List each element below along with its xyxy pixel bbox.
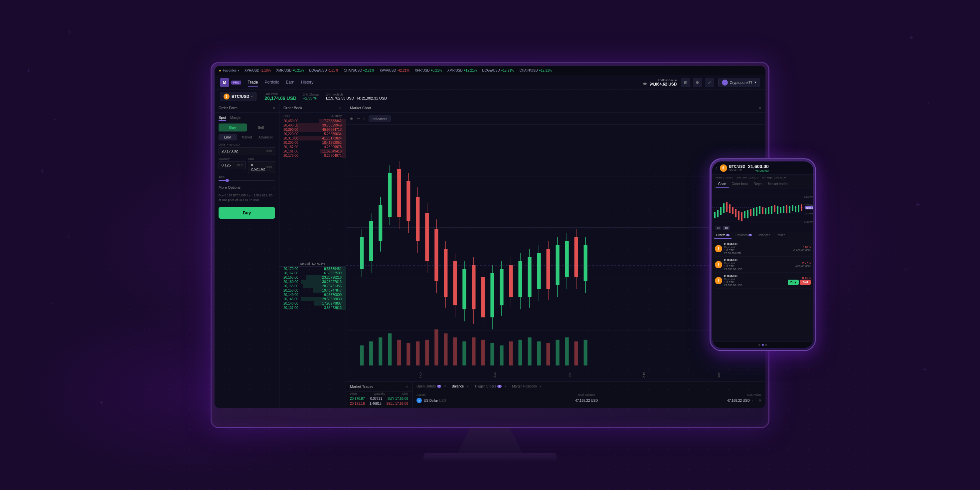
market-trades-panel: Market Trades ✕ Price Quantity Side (346, 382, 412, 408)
svg-rect-23 (388, 173, 391, 217)
spot-tab[interactable]: Spot (218, 115, 226, 121)
balance-close[interactable]: ✕ (466, 385, 469, 388)
ob-ask-row-6[interactable]: 20,200.00 10.41982052 (280, 140, 346, 145)
svg-text:1H: 1H (717, 227, 720, 229)
market-trades-close[interactable]: ✕ (406, 385, 408, 388)
ob-bid-row-8[interactable]: 20,145.00 29.59558830 (280, 297, 346, 301)
mob-chart-tab[interactable]: Chart (716, 180, 729, 188)
mob-sell-btn[interactable]: Sell (800, 279, 811, 285)
bid-qty-6: 19.46747847 (322, 289, 342, 292)
pencil-tool[interactable]: ∕ (364, 117, 364, 121)
ob-ask-row-4[interactable]: 20,220.00 5.23639634 (280, 132, 346, 136)
sort-up-icon[interactable]: ↑ (752, 399, 754, 402)
sell-tab[interactable]: Sell (247, 123, 275, 131)
sort-down-icon[interactable]: ↓ (755, 399, 757, 402)
buy-tab[interactable]: Buy (218, 123, 247, 131)
ticker-favorites[interactable]: ★ Favorites ▾ (218, 69, 239, 72)
margin-positions-tab[interactable]: Margin Positions ✕ (512, 385, 542, 388)
slider-track[interactable] (218, 180, 275, 181)
ob-bid-row-7[interactable]: 20,149.00 9.18370000 (280, 293, 346, 297)
balance-tab[interactable]: Balance ✕ (452, 385, 469, 388)
monitor-icon-btn[interactable]: ⊞ (681, 78, 690, 87)
order-book-close[interactable]: ✕ (339, 106, 342, 110)
mob-trades-tab[interactable]: Market trades (765, 180, 791, 188)
mob-positions-tab[interactable]: Positions 2 (733, 232, 754, 239)
settings-icon-btn[interactable]: ⚙ (693, 78, 702, 87)
ticker-item-5[interactable]: KAVA/USD -42.21% (380, 69, 409, 72)
ticker-pair-4: CHAIN/USD (344, 69, 362, 72)
ob-ask-row-8[interactable]: 20,181.00 11.69549418 (280, 149, 346, 153)
ob-bid-row-6[interactable]: 20,150.00 19.46747847 (280, 288, 346, 293)
trade-row-1[interactable]: 20,170.87 0.07621 BUY 17:56:08 (346, 396, 412, 401)
draw-tool[interactable]: ✏ (357, 117, 360, 121)
margin-positions-close[interactable]: ✕ (539, 385, 542, 388)
mob-balances-tab[interactable]: Balances (756, 232, 772, 239)
ticker-item-3[interactable]: DOGE/USD -1.25% (309, 69, 338, 72)
spot-margin-tabs: Spot Margin (215, 113, 279, 123)
ob-bid-row-5[interactable]: 20,155.00 28.73431355 (280, 284, 346, 288)
mob-orders-tab[interactable]: Orders 3 (714, 232, 732, 239)
ob-bid-row-1[interactable]: 20,170.00 9.58339481 (280, 267, 346, 271)
ticker-item-2[interactable]: XMR/USD +0.21% (276, 69, 304, 72)
ticker-item-6[interactable]: XPR/USD +0.21% (415, 69, 442, 72)
ticker-item-4[interactable]: CHAIN/USD +2.21% (344, 69, 374, 72)
ob-bid-row-3[interactable]: 20,165.00 23.20798216 (280, 275, 346, 279)
symbol-selector[interactable]: ₿ BTC/USD ▾ (220, 92, 256, 101)
mob-depth-tab[interactable]: Depth (751, 180, 765, 188)
nav-link-history[interactable]: History (301, 78, 313, 86)
mob-orderbook-tab[interactable]: Order book (729, 180, 751, 188)
svg-rect-112 (574, 342, 578, 366)
nav-link-earn[interactable]: Earn (286, 78, 294, 86)
ob-ask-row-2[interactable]: 20,400.00 39.76629949 (280, 123, 346, 128)
more-options[interactable]: More Options ⌄ (215, 183, 279, 192)
chart-close[interactable]: ✕ (759, 106, 762, 110)
ticker-item-8[interactable]: DOGE/USD +12.21% (482, 69, 514, 72)
trade-row-2[interactable]: 20,121.16 1.46815 SELL 17:56:08 (346, 401, 412, 406)
qty-input[interactable]: 0.125 BTC (218, 161, 246, 169)
ob-bid-row-9[interactable]: 20,140.00 17.95979887 (280, 301, 346, 306)
limit-tab[interactable]: Limit (218, 134, 237, 140)
margin-tab[interactable]: Margin (230, 115, 242, 121)
trigger-orders-close[interactable]: ✕ (504, 385, 507, 388)
ob-ask-row-9[interactable]: 20,173.00 0.25804971 (280, 153, 346, 158)
total-input[interactable]: = 2,521.62 USD (248, 161, 275, 173)
mob-back-btn[interactable]: ‹ (716, 166, 717, 171)
svg-text:3: 3 (494, 371, 496, 379)
nav-link-trade[interactable]: Trade (248, 78, 258, 86)
ob-ask-row-5[interactable]: 20,310.00 41.75172824 (280, 136, 346, 140)
ticker-item-9[interactable]: CHAIN/USD +12.21% (520, 69, 552, 72)
user-button[interactable]: Cryptopunk77 ▾ (718, 78, 760, 87)
nav-link-portfolio[interactable]: Portfolio (264, 78, 279, 86)
balance-row-1[interactable]: $ US Dollar USD 47,168.22 USD 47,168.22 … (417, 398, 762, 403)
trigger-orders-tab[interactable]: Trigger Orders 4 ✕ (474, 385, 507, 388)
open-orders-close[interactable]: ✕ (444, 385, 446, 388)
ticker-item-7[interactable]: XMR/USD +12.21% (447, 69, 477, 72)
percent-icon[interactable]: % (759, 399, 762, 402)
advanced-tab[interactable]: Advanced (257, 134, 275, 140)
order-form-close[interactable]: ✕ (272, 106, 275, 110)
indicators-btn[interactable]: Indicators (369, 115, 391, 122)
mob-trades-history-tab[interactable]: Trades (774, 232, 788, 239)
mob-order-1[interactable]: ₿ BTC/USD Buy Limit 1.0 BTC 20,00.00 USD… (715, 241, 811, 257)
ob-bid-row-10[interactable]: 20,137.00 3.88473913 (280, 306, 346, 310)
crosshair-tool[interactable]: ⊕ (350, 117, 353, 121)
mob-order-2[interactable]: ₿ BTC/USD Buy Limit 1.0 BTC 21,000.00 US… (715, 257, 811, 273)
ob-ask-row-7[interactable]: 20,187.00 4.28909978 (280, 145, 346, 149)
mob-order-3[interactable]: ₿ BTC/USD Buy Limit 1.0 BTC 21,500.00 US… (715, 273, 811, 289)
ob-ask-row-1[interactable]: 20,450.00 7.78583442 (280, 119, 346, 123)
open-orders-tab[interactable]: Open Orders 7 ✕ (417, 385, 446, 388)
ob-ask-row-3[interactable]: 20,290.00 49.92954713 (280, 128, 346, 132)
ticker-change-8: +12.21% (501, 69, 514, 72)
expand-icon-btn[interactable]: ⤢ (705, 78, 714, 87)
limit-price-label: Limit Price USD (218, 143, 275, 147)
ob-bid-row-2[interactable]: 20,167.00 6.59652599 (280, 271, 346, 275)
market-tab[interactable]: Market (237, 134, 256, 140)
slider-thumb[interactable] (226, 179, 229, 182)
buy-button[interactable]: Buy (218, 207, 275, 219)
limit-price-input[interactable]: 20,173.02 USD (218, 147, 275, 155)
mob-order-2-pct: -2.77% (795, 261, 811, 265)
ob-bid-row-4[interactable]: 20,160.00 30.26027613 (280, 279, 346, 284)
svg-text:6: 6 (718, 371, 720, 379)
ticker-item-1[interactable]: XPR/USD -2.18% (245, 69, 271, 72)
mob-buy-btn[interactable]: Buy (788, 279, 799, 285)
